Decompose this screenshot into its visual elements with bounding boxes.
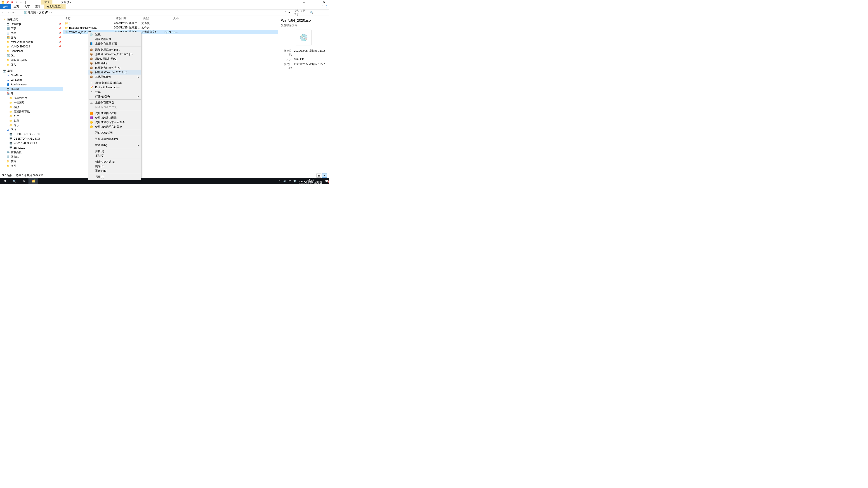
tree-libraries[interactable]: 📚库 (0, 91, 63, 96)
context-menu-item[interactable]: 重命名(M) (88, 168, 141, 173)
tray-overflow-icon[interactable]: ˄ (277, 180, 282, 183)
tab-home[interactable]: 主页 (11, 4, 22, 9)
column-headers[interactable]: 名称 修改日期 类型 大小 (63, 16, 278, 21)
nav-up-button[interactable]: ↑ (16, 10, 20, 15)
context-menu-item[interactable]: 属性(R) (88, 175, 141, 179)
task-view-button[interactable]: ⧉ (19, 178, 29, 184)
tree-network[interactable]: 🖧网络 (0, 127, 63, 132)
tab-disc-tools[interactable]: 光盘映像工具 (44, 4, 66, 9)
context-menu-item[interactable]: 删除(D) (88, 164, 141, 168)
tab-file[interactable]: 文件 (0, 4, 11, 9)
context-menu-item[interactable]: ☁上传到百度网盘 (88, 100, 141, 105)
system-tray[interactable]: ˄ 🔊 中 🛡️ 16:32 2020/12/25, 星期五 💬3 (277, 178, 329, 184)
tree-item[interactable]: ⬇️下载📌 (0, 26, 63, 31)
tree-item[interactable]: 🖥️DESKTOP-NJEU3CG (0, 136, 63, 141)
tree-item[interactable]: 📁音乐 (0, 123, 63, 127)
maximize-button[interactable]: ☐ (309, 0, 319, 4)
file-row[interactable]: 📁BaiduNetdiskDownload2020/12/25, 星期五 1..… (63, 26, 278, 30)
context-menu-item[interactable]: 通过QQ发送到 (88, 131, 141, 135)
breadcrumb-1[interactable]: 文档 (E:) (39, 11, 52, 14)
ribbon-contextual-tab[interactable]: 管理 (41, 0, 53, 4)
tray-volume-icon[interactable]: 🔊 (282, 180, 287, 183)
context-menu-item[interactable]: 📦解压到当前文件夹(X) (88, 66, 141, 70)
start-button[interactable]: ⊞ (0, 178, 9, 184)
taskbar-explorer-button[interactable]: 🗂️ (29, 178, 38, 184)
context-menu-item[interactable]: 发送到(N)▶ (88, 143, 141, 147)
tree-item[interactable]: 📁图片 (0, 62, 63, 67)
tab-view[interactable]: 查看 (33, 4, 43, 9)
tray-security-icon[interactable]: 🛡️ (292, 180, 297, 183)
context-menu-item[interactable]: 🟡使用 360进行木马云查杀 (88, 120, 141, 125)
tree-item[interactable]: 🗑️回收站 (0, 155, 63, 159)
context-menu-item[interactable]: 💿装载 (88, 32, 141, 37)
nav-tree[interactable]: ★快速访问 🖥️Desktop📌 ⬇️下载📌 📄文档📌 🖼️图片📌 📁excel… (0, 16, 63, 177)
tree-item[interactable]: 📁YUNQISHI2019📌 (0, 44, 63, 49)
context-menu-item[interactable]: •用 蜂蜜浏览器 浏览(3) (88, 80, 141, 85)
context-menu-item[interactable]: 📦解压到 Win7x64_2020\ (E) (88, 70, 141, 74)
nav-forward-button[interactable]: → (6, 10, 10, 15)
help-button[interactable]: ? (324, 5, 329, 8)
search-input[interactable]: 搜索"文档 (E:)" 🔍 (292, 10, 328, 15)
tree-item[interactable]: 📁天翼云盘下载 (0, 109, 63, 114)
addr-dropdown-icon[interactable]: ˅ (285, 11, 287, 14)
nav-back-button[interactable]: ← (1, 10, 5, 15)
context-menu-item[interactable]: 复制(C) (88, 153, 141, 158)
context-menu-item[interactable]: 📘上传到有道云笔记 (88, 41, 141, 46)
nav-recent-button[interactable]: ▾ (11, 10, 16, 15)
tree-item[interactable]: 📁win7重装win7 (0, 58, 63, 62)
tree-item[interactable]: 📁本机照片 (0, 100, 63, 105)
tree-item[interactable]: 💽G:\ (0, 53, 63, 58)
col-name[interactable]: 名称 (63, 17, 114, 20)
col-size[interactable]: 大小 (164, 17, 180, 20)
tree-item[interactable]: 🖥️ZMT2019 (0, 145, 63, 150)
ribbon-collapse-button[interactable]: ˄ (321, 5, 323, 8)
context-menu-item[interactable]: 🟪使用 360强力删除 (88, 116, 141, 120)
taskbar-clock[interactable]: 16:32 2020/12/25, 星期五 (297, 178, 324, 184)
tree-item[interactable]: 📁图片 (0, 114, 63, 119)
context-menu-item[interactable]: 📦添加到 "Win7x64_2020.zip" (T) (88, 52, 141, 57)
context-menu-item[interactable]: 刻录光盘映像 (88, 37, 141, 41)
breadcrumb-0[interactable]: 此电脑 (28, 11, 38, 14)
context-menu-item[interactable]: 📦其他压缩命令▶ (88, 74, 141, 79)
tree-item[interactable]: 🖥️PC-20190530OBLA (0, 141, 63, 145)
tree-item[interactable]: 📁视频 (0, 105, 63, 109)
context-menu-item[interactable]: 📦添加到压缩文件(A)... (88, 47, 141, 52)
tree-item[interactable]: 📁文档 (0, 119, 63, 123)
tree-item[interactable]: 👤Administrator (0, 82, 63, 87)
context-menu-item[interactable]: 打开方式(H)▶ (88, 94, 141, 99)
view-thumbnails-button[interactable]: ▦ (316, 173, 321, 177)
tree-item[interactable]: 📁保存的图片 (0, 96, 63, 100)
file-row[interactable]: 📁12020/12/15, 星期二 1...文件夹 (63, 21, 278, 26)
tree-item[interactable]: 📁文件 (0, 164, 63, 168)
context-menu-item[interactable]: 剪切(T) (88, 149, 141, 153)
context-menu-item[interactable]: 📦解压到(F)... (88, 61, 141, 66)
tree-item[interactable]: 📄文档📌 (0, 31, 63, 35)
context-menu-item[interactable]: ↗共享 (88, 90, 141, 94)
breadcrumb-bar[interactable]: 💽 此电脑 文档 (E:) (22, 10, 284, 15)
action-center-button[interactable]: 💬3 (324, 180, 329, 183)
tree-item[interactable]: ☁OneDrive (0, 73, 63, 78)
tray-ime-icon[interactable]: 中 (287, 180, 292, 183)
tree-item[interactable]: 📁excel表格制作求和📌 (0, 40, 63, 44)
context-menu-item[interactable]: 🟡使用 360管理右键菜单 (88, 125, 141, 129)
tree-item[interactable]: 📁Bandicam (0, 49, 63, 53)
tree-item[interactable]: 🖥️DESKTOP-LSSOEDP (0, 132, 63, 136)
tree-item[interactable]: 🖥️Desktop📌 (0, 22, 63, 26)
context-menu-item[interactable]: 创建快捷方式(S) (88, 160, 141, 164)
taskbar-search-button[interactable]: 🔍 (9, 178, 19, 184)
context-menu-item[interactable]: 还原以前的版本(V) (88, 137, 141, 141)
col-type[interactable]: 类型 (142, 17, 164, 20)
tree-item[interactable]: 🖼️图片📌 (0, 35, 63, 40)
context-menu-item[interactable]: 🟧使用 360解除占用 (88, 111, 141, 116)
tree-item[interactable]: 📁软件 (0, 159, 63, 164)
col-date[interactable]: 修改日期 (114, 17, 142, 20)
minimize-button[interactable]: ─ (299, 0, 309, 4)
context-menu-item[interactable]: 📦用360压缩打开(Q) (88, 57, 141, 61)
taskbar[interactable]: ⊞ 🔍 ⧉ 🗂️ ˄ 🔊 中 🛡️ 16:32 2020/12/25, 星期五 … (0, 178, 329, 184)
close-button[interactable]: ✕ (319, 0, 329, 4)
tree-quick-access[interactable]: ★快速访问 (0, 17, 63, 22)
view-details-button[interactable]: ☰ (322, 173, 327, 177)
context-menu-item[interactable]: 📝Edit with Notepad++ (88, 85, 141, 90)
tree-item[interactable]: ⚙️控制面板 (0, 150, 63, 155)
addr-refresh-icon[interactable]: ⟳ (288, 11, 290, 14)
